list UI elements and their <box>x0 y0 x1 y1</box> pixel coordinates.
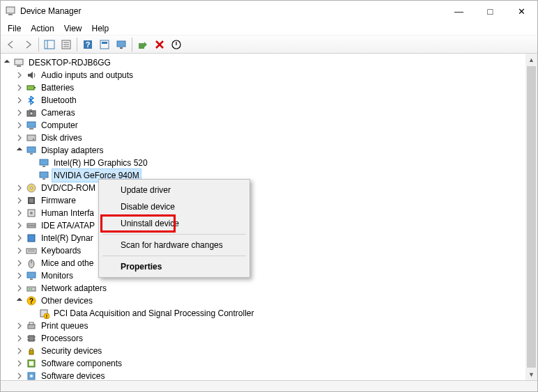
tree-node-label: Computer <box>40 119 79 132</box>
svg-rect-1 <box>8 14 13 15</box>
svg-rect-31 <box>40 172 48 178</box>
expand-icon[interactable] <box>16 260 26 267</box>
context-menu-disable-device[interactable]: Disable device <box>101 198 247 215</box>
back-button[interactable] <box>3 37 19 52</box>
tree-node-swcomp[interactable]: Software components <box>3 357 525 370</box>
svg-rect-30 <box>43 166 45 167</box>
tree-node-display[interactable]: Display adapters <box>3 144 525 157</box>
scroll-up-arrow[interactable]: ▲ <box>525 54 537 65</box>
device-tree[interactable]: DESKTOP-RDJB6GGAudio inputs and outputsB… <box>1 54 525 380</box>
expand-icon[interactable] <box>16 122 26 129</box>
svg-point-21 <box>30 112 33 116</box>
tree-node-child[interactable]: !PCI Data Acquisition and Signal Process… <box>3 307 525 320</box>
expand-icon[interactable] <box>16 347 26 354</box>
tree-node-mouse[interactable]: Mice and othe <box>3 257 525 269</box>
minimize-button[interactable]: — <box>443 1 475 22</box>
expand-icon[interactable] <box>16 360 26 367</box>
expand-icon[interactable] <box>16 72 26 79</box>
bluetooth-icon <box>26 95 37 106</box>
tree-node-firmware[interactable]: Firmware <box>3 194 525 207</box>
scroll-thumb[interactable] <box>527 66 536 368</box>
menu-action[interactable]: Action <box>26 22 58 35</box>
tree-node-battery[interactable]: Batteries <box>3 81 525 94</box>
expand-icon[interactable] <box>16 134 26 141</box>
expand-icon[interactable] <box>16 373 26 379</box>
svg-rect-22 <box>29 109 32 111</box>
tree-node-disk[interactable]: Disk drives <box>3 132 525 144</box>
expand-icon[interactable] <box>16 185 26 191</box>
tree-node-computer[interactable]: Computer <box>3 119 525 132</box>
dvd-icon <box>26 182 37 194</box>
expand-icon[interactable] <box>16 322 26 329</box>
svg-rect-36 <box>29 198 33 203</box>
context-menu-properties[interactable]: Properties <box>101 258 247 275</box>
menu-help[interactable]: Help <box>88 22 114 35</box>
tree-node-ide[interactable]: IDE ATA/ATAP <box>3 219 525 232</box>
firmware-icon <box>26 195 37 206</box>
context-menu-uninstall-device[interactable]: Uninstall device <box>101 215 247 232</box>
tree-node-child[interactable]: NVIDIA GeForce 940M <box>3 169 525 182</box>
svg-rect-32 <box>43 178 45 180</box>
tree-node-hid[interactable]: Human Interfa <box>3 207 525 219</box>
collapse-icon[interactable] <box>3 59 13 66</box>
svg-point-68 <box>30 375 33 377</box>
maximize-button[interactable]: □ <box>475 1 506 22</box>
tree-node-swdev[interactable]: Software devices <box>3 370 525 380</box>
help-button[interactable]: ? <box>80 37 95 52</box>
tree-node-dvd[interactable]: DVD/CD-ROM <box>3 182 525 194</box>
tree-node-intel[interactable]: Intel(R) Dynar <box>3 232 525 244</box>
expand-icon[interactable] <box>16 84 26 91</box>
audio-icon <box>26 70 37 81</box>
menu-file[interactable]: File <box>3 22 25 35</box>
tree-node-other[interactable]: ?Other devices <box>3 295 525 307</box>
update-driver-button[interactable] <box>135 37 151 52</box>
tree-node-printer[interactable]: Print queues <box>3 320 525 332</box>
svg-point-50 <box>29 288 30 290</box>
expand-icon[interactable] <box>16 222 26 229</box>
collapse-icon[interactable] <box>16 297 26 304</box>
scroll-down-arrow[interactable]: ▼ <box>525 368 537 380</box>
show-hide-tree-button[interactable] <box>42 37 57 52</box>
tree-node-network[interactable]: Network adapters <box>3 282 525 295</box>
expand-icon[interactable] <box>16 247 26 254</box>
tree-root[interactable]: DESKTOP-RDJB6GG <box>3 56 525 69</box>
tree-node-child[interactable]: Intel(R) HD Graphics 520 <box>3 157 525 169</box>
menu-view[interactable]: View <box>60 22 86 35</box>
tree-node-cpu[interactable]: Processors <box>3 332 525 345</box>
expand-icon[interactable] <box>16 272 26 279</box>
tree-node-camera[interactable]: Cameras <box>3 107 525 119</box>
expand-icon[interactable] <box>16 109 26 116</box>
window-controls: — □ ✕ <box>443 1 537 22</box>
tree-node-security[interactable]: Security devices <box>3 345 525 357</box>
expand-icon[interactable] <box>16 197 26 204</box>
device-manager-window: Device Manager — □ ✕ File Action View He… <box>0 0 538 392</box>
tree-node-keyboard[interactable]: Keyboards <box>3 244 525 257</box>
scan-hardware-button[interactable] <box>114 37 129 52</box>
expand-icon[interactable] <box>16 97 26 104</box>
context-menu-update-driver[interactable]: Update driver <box>101 182 247 198</box>
svg-text:!: ! <box>46 314 47 319</box>
action-toolbar-button[interactable] <box>97 37 112 52</box>
expand-icon[interactable] <box>16 335 26 342</box>
tree-node-bluetooth[interactable]: Bluetooth <box>3 94 525 107</box>
close-button[interactable]: ✕ <box>506 1 537 22</box>
disable-button[interactable] <box>169 37 184 52</box>
expand-icon[interactable] <box>16 235 26 242</box>
tree-node-monitor[interactable]: Monitors <box>3 269 525 282</box>
forward-button[interactable] <box>20 37 36 52</box>
uninstall-button[interactable] <box>152 37 167 52</box>
tree-node-label: Cameras <box>40 107 77 119</box>
vertical-scrollbar[interactable]: ▲ ▼ <box>525 54 537 380</box>
tree-node-label: Bluetooth <box>40 94 78 107</box>
tree-node-audio[interactable]: Audio inputs and outputs <box>3 69 525 81</box>
collapse-icon[interactable] <box>16 147 26 154</box>
expand-icon[interactable] <box>16 210 26 217</box>
tree-node-label: Firmware <box>40 194 77 207</box>
expand-icon[interactable] <box>16 285 26 292</box>
properties-toolbar-button[interactable] <box>59 37 74 52</box>
context-menu-scan-for-hardware-changes[interactable]: Scan for hardware changes <box>101 237 247 253</box>
svg-rect-23 <box>27 122 36 127</box>
titlebar: Device Manager — □ ✕ <box>1 1 537 22</box>
tree-node-label: Security devices <box>40 345 103 357</box>
camera-icon <box>26 107 37 118</box>
